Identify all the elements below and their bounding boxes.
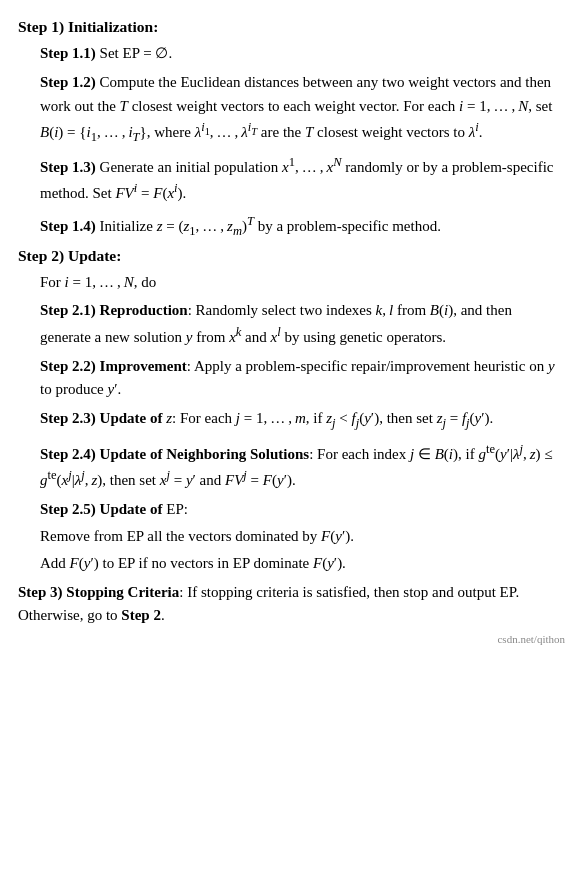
step1-header: Step 1) Initialization:: [18, 18, 565, 36]
step2-5-line1: Remove from EP all the vectors dominated…: [40, 525, 565, 548]
step2-forloop: For i = 1, … , N, do: [40, 271, 565, 294]
step1-3-text: Step 1.3) Generate an initial population…: [40, 153, 565, 206]
step2-2-text: Step 2.2) Improvement: Apply a problem-s…: [40, 355, 565, 402]
step2-header: Step 2) Update:: [18, 247, 565, 265]
step2-section: Step 2) Update: For i = 1, … , N, do Ste…: [18, 247, 565, 575]
step2-5-line2: Add F(y′) to EP if no vectors in EP domi…: [40, 552, 565, 575]
step1-3-block: Step 1.3) Generate an initial population…: [40, 153, 565, 206]
step2-5-header: Step 2.5) Update of EP:: [40, 498, 565, 521]
step1-1-text: Step 1.1) Set EP = ∅.: [40, 42, 565, 65]
step1-4-text: Step 1.4) Initialize z = (z1, … , zm)T b…: [40, 212, 565, 241]
step1-4-block: Step 1.4) Initialize z = (z1, … , zm)T b…: [40, 212, 565, 241]
step2-1-block: Step 2.1) Reproduction: Randomly select …: [40, 299, 565, 349]
step3-section: Step 3) Stopping Criteria: If stopping c…: [18, 581, 565, 628]
algorithm-container: Step 1) Initialization: Step 1.1) Set EP…: [18, 18, 565, 645]
step1-1-block: Step 1.1) Set EP = ∅.: [40, 42, 565, 65]
step1-section: Step 1) Initialization: Step 1.1) Set EP…: [18, 18, 565, 241]
step1-2-block: Step 1.2) Compute the Euclidean distance…: [40, 71, 565, 147]
step2-3-block: Step 2.3) Update of z: For each j = 1, ……: [40, 407, 565, 433]
step2-3-text: Step 2.3) Update of z: For each j = 1, ……: [40, 407, 565, 433]
step1-2-text: Step 1.2) Compute the Euclidean distance…: [40, 71, 565, 147]
step2-4-block: Step 2.4) Update of Neighboring Solution…: [40, 440, 565, 493]
step3-text: Step 3) Stopping Criteria: If stopping c…: [18, 581, 565, 628]
step2-4-text: Step 2.4) Update of Neighboring Solution…: [40, 440, 565, 493]
watermark-text: csdn.net/qithon: [18, 633, 565, 645]
step2-1-text: Step 2.1) Reproduction: Randomly select …: [40, 299, 565, 349]
step2-2-block: Step 2.2) Improvement: Apply a problem-s…: [40, 355, 565, 402]
step2-5-block: Step 2.5) Update of EP: Remove from EP a…: [40, 498, 565, 575]
